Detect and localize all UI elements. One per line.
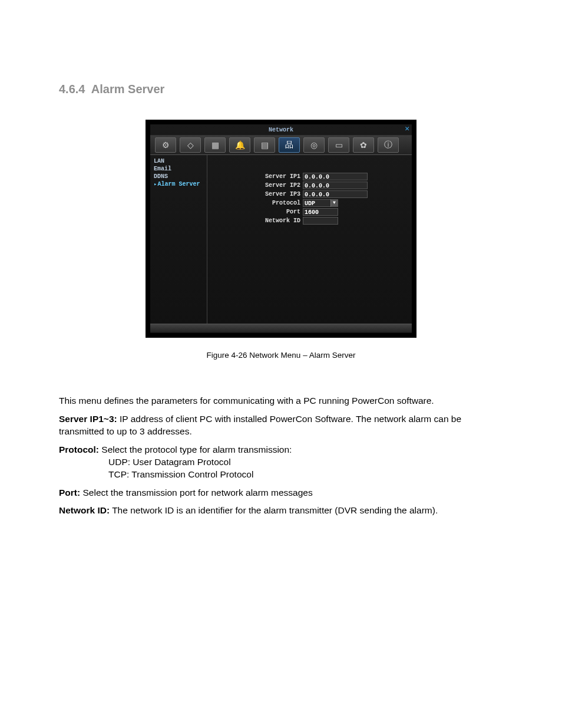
display-icon[interactable]: ◇	[180, 137, 201, 153]
input-server-ip1[interactable]: 0.0.0.0	[303, 173, 368, 180]
label-port: Port	[212, 209, 303, 215]
para-protocol: Protocol: Select the protocol type for a…	[59, 444, 503, 456]
titlebar: Network ✕	[150, 124, 412, 136]
sidebar-item-email[interactable]: Email	[153, 165, 204, 173]
sidebar: LAN Email DDNS Alarm Server	[150, 155, 207, 324]
figure-caption: Figure 4-26 Network Menu – Alarm Server	[207, 351, 356, 360]
para-port: Port: Select the transmission port for n…	[59, 487, 503, 499]
info-icon[interactable]: ⓘ	[378, 137, 399, 153]
para-intro: This menu defines the parameters for com…	[59, 395, 503, 407]
text-port: Select the transmission port for network…	[80, 487, 313, 498]
input-network-id[interactable]	[303, 217, 338, 225]
dvr-window: Network ✕ ⚙ ◇ ▦ 🔔 ▤ 品 ◎ ▭ ✿ ⓘ	[146, 120, 416, 338]
text-protocol-tcp: TCP: Transmission Control Protocol	[108, 469, 503, 481]
sidebar-item-alarm-server[interactable]: Alarm Server	[153, 180, 204, 188]
label-network-id: Network ID	[212, 218, 303, 224]
row-port: Port 1600	[212, 208, 401, 216]
input-server-ip2[interactable]: 0.0.0.0	[303, 182, 368, 189]
config-icon[interactable]: ⚙	[155, 137, 176, 153]
input-server-ip3[interactable]: 0.0.0.0	[303, 190, 368, 198]
figure: Network ✕ ⚙ ◇ ▦ 🔔 ▤ 品 ◎ ▭ ✿ ⓘ	[59, 120, 503, 360]
sidebar-item-lan[interactable]: LAN	[153, 157, 204, 165]
text-server-ip: IP address of client PC with installed P…	[59, 414, 461, 436]
label-server-ip2: Server IP2	[212, 182, 303, 189]
body-text: This menu defines the parameters for com…	[59, 395, 503, 517]
monitor-icon[interactable]: ▭	[328, 137, 349, 153]
para-network-id: Network ID: The network ID is an identif…	[59, 505, 503, 517]
row-server-ip2: Server IP2 0.0.0.0	[212, 182, 401, 189]
row-server-ip1: Server IP1 0.0.0.0	[212, 173, 401, 180]
text-protocol: Select the protocol type for alarm trans…	[99, 444, 292, 454]
row-server-ip3: Server IP3 0.0.0.0	[212, 190, 401, 198]
section-title: Alarm Server	[91, 83, 165, 95]
dvr-inner: Network ✕ ⚙ ◇ ▦ 🔔 ▤ 品 ◎ ▭ ✿ ⓘ	[150, 124, 412, 333]
label-server-ip3: Server IP3	[212, 191, 303, 197]
storage-icon[interactable]: ▤	[254, 137, 275, 153]
close-icon[interactable]: ✕	[405, 125, 409, 133]
toolbar: ⚙ ◇ ▦ 🔔 ▤ 品 ◎ ▭ ✿ ⓘ	[150, 136, 412, 155]
label-protocol-desc: Protocol:	[59, 444, 99, 454]
text-network-id: The network ID is an identifier for the …	[110, 505, 438, 515]
label-network-id-desc: Network ID:	[59, 505, 110, 515]
para-server-ip: Server IP1~3: IP address of client PC wi…	[59, 413, 503, 438]
chevron-down-icon: ▼	[330, 199, 338, 207]
select-protocol-value: UDP	[305, 200, 315, 206]
section-heading: 4.6.4 Alarm Server	[59, 83, 503, 96]
input-port[interactable]: 1600	[303, 208, 338, 216]
settings-icon[interactable]: ✿	[353, 137, 374, 153]
text-protocol-udp: UDP: User Datagram Protocol	[108, 456, 503, 469]
label-port-desc: Port:	[59, 487, 80, 498]
label-protocol: Protocol	[212, 200, 303, 206]
form-panel: Server IP1 0.0.0.0 Server IP2 0.0.0.0 Se…	[207, 155, 412, 324]
row-protocol: Protocol UDP ▼	[212, 199, 401, 207]
select-protocol[interactable]: UDP ▼	[303, 199, 338, 207]
row-network-id: Network ID	[212, 217, 401, 225]
dvr-body: LAN Email DDNS Alarm Server Server IP1 0…	[150, 155, 412, 324]
alarm-icon[interactable]: 🔔	[229, 137, 250, 153]
statusbar	[150, 324, 412, 332]
label-server-ip: Server IP1~3:	[59, 414, 117, 424]
sidebar-item-ddns[interactable]: DDNS	[153, 173, 204, 180]
calendar-icon[interactable]: ▦	[204, 137, 226, 153]
label-server-ip1: Server IP1	[212, 173, 303, 180]
network-icon[interactable]: 品	[279, 137, 300, 153]
window-title: Network	[269, 127, 293, 133]
section-number: 4.6.4	[59, 83, 85, 95]
camera-icon[interactable]: ◎	[303, 137, 325, 153]
